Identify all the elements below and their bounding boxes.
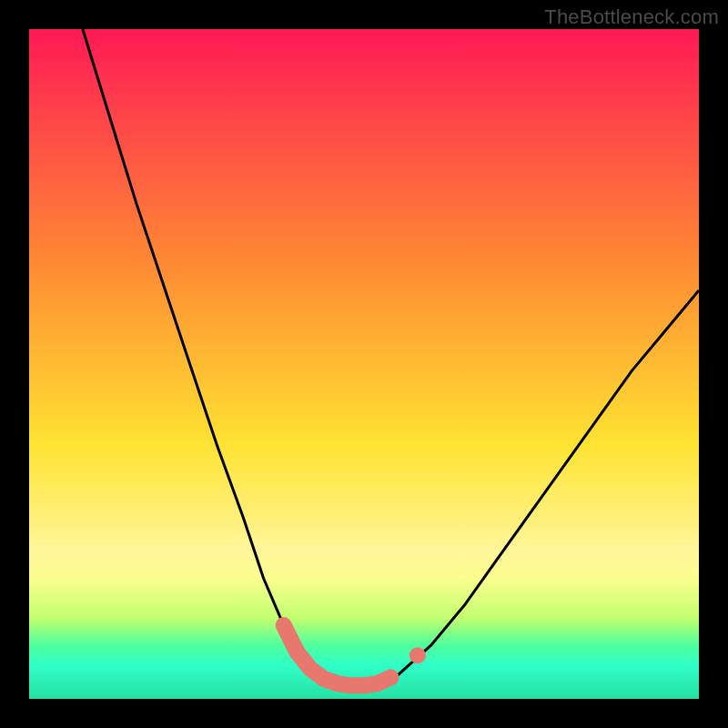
watermark: TheBottleneck.com	[544, 5, 719, 29]
plot-area	[29, 29, 699, 699]
bottleneck-curve	[83, 29, 699, 685]
valley-segment	[284, 625, 391, 685]
bottleneck-curve-svg	[29, 29, 699, 699]
right-dot	[410, 647, 426, 663]
chart-frame: TheBottleneck.com	[0, 0, 728, 728]
